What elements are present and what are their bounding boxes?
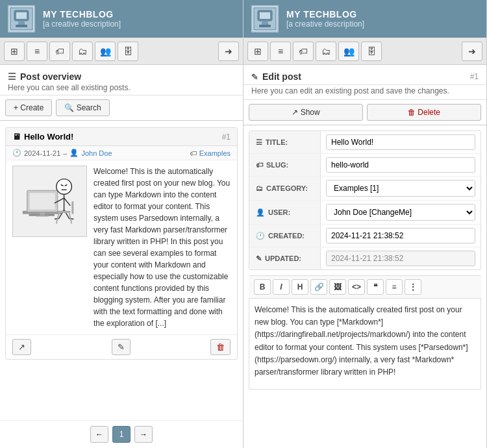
- right-dashboard-btn[interactable]: ⊞: [247, 42, 268, 61]
- left-header-text: MY TECHBLOG [a creative description]: [43, 9, 121, 29]
- left-toolbar: ⊞ ≡ 🏷 🗂 👥 🗄 ➜: [0, 38, 243, 65]
- edit-title-row: ✎ Edit post: [251, 71, 301, 82]
- right-blog-title: MY TECHBLOG: [286, 9, 364, 19]
- title-label: ☰ TITLE:: [249, 131, 321, 153]
- right-folder-btn[interactable]: 🗂: [316, 42, 336, 61]
- show-button[interactable]: ↗ Show: [249, 104, 363, 121]
- right-section-header: ✎ Edit post #1: [244, 65, 486, 85]
- post-category-link[interactable]: Examples: [199, 149, 231, 157]
- right-logout-btn[interactable]: ➜: [462, 42, 482, 61]
- right-blog-subtitle: [a creative description]: [286, 19, 364, 29]
- left-logout-btn[interactable]: ➜: [218, 42, 239, 61]
- post-date-icon: 🕐: [12, 149, 21, 157]
- right-posts-btn[interactable]: ≡: [270, 42, 291, 61]
- left-action-bar: + Create 🔍 Search: [0, 95, 243, 121]
- slug-row: 🏷 SLUG:: [249, 154, 481, 177]
- left-database-btn[interactable]: 🗄: [118, 42, 138, 61]
- left-posts-btn[interactable]: ≡: [27, 42, 47, 61]
- updated-input[interactable]: [326, 251, 475, 266]
- pagination: ← 1 →: [0, 420, 243, 448]
- svg-rect-26: [71, 201, 73, 214]
- current-page[interactable]: 1: [112, 426, 131, 443]
- right-toolbar: ⊞ ≡ 🏷 🗂 👥 🗄 ➜: [244, 38, 486, 65]
- updated-value-cell: [321, 247, 481, 269]
- italic-button[interactable]: I: [273, 279, 290, 295]
- edit-section-title: Edit post: [262, 71, 301, 82]
- left-section-desc: Here you can see all existing posts.: [8, 83, 235, 92]
- svg-rect-10: [40, 212, 45, 216]
- slug-label: 🏷 SLUG:: [249, 154, 321, 176]
- post-user-icon: 👤: [69, 149, 79, 157]
- right-database-btn[interactable]: 🗄: [361, 42, 382, 61]
- create-button[interactable]: + Create: [5, 99, 52, 116]
- user-select[interactable]: John Doe [ChangeMe]: [326, 204, 475, 221]
- created-input[interactable]: [326, 228, 475, 243]
- post-title-row: 🖥 Hello World!: [12, 132, 73, 142]
- delete-post-button[interactable]: 🗑: [210, 339, 231, 355]
- post-number: #1: [222, 132, 231, 142]
- right-users-btn[interactable]: 👥: [338, 42, 359, 61]
- search-button[interactable]: 🔍 Search: [56, 99, 109, 116]
- updated-field-icon: ✎: [256, 255, 262, 263]
- edit-post-button[interactable]: ✎: [112, 339, 131, 355]
- next-page-button[interactable]: →: [134, 426, 153, 443]
- left-folder-btn[interactable]: 🗂: [72, 42, 93, 61]
- delete-button[interactable]: 🗑 Delete: [367, 104, 481, 121]
- svg-line-22: [69, 219, 73, 219]
- post-card-header: 🖥 Hello World! #1: [6, 128, 237, 146]
- left-dashboard-btn[interactable]: ⊞: [4, 42, 25, 61]
- left-header: MY TECHBLOG [a creative description]: [0, 0, 243, 38]
- right-avatar: [251, 5, 279, 32]
- post-tag-icon: 🏷: [190, 149, 197, 157]
- left-tags-btn[interactable]: 🏷: [49, 42, 70, 61]
- post-actions: ↗ ✎ 🗑: [6, 334, 237, 359]
- svg-point-12: [56, 179, 72, 195]
- user-field-icon: 👤: [256, 208, 265, 217]
- slug-input[interactable]: [326, 157, 475, 173]
- updated-label: ✎ UPDATED:: [249, 247, 321, 269]
- created-label: 🕐 CREATED:: [249, 225, 321, 247]
- open-post-button[interactable]: ↗: [12, 339, 31, 355]
- slug-value-cell: [321, 154, 481, 176]
- category-select[interactable]: Examples [1]: [326, 180, 475, 197]
- edit-post-icon: ✎: [251, 72, 258, 82]
- left-avatar: [8, 5, 35, 32]
- quote-button[interactable]: ❝: [367, 279, 384, 295]
- list-ul-button[interactable]: ≡: [386, 279, 403, 295]
- left-blog-title: MY TECHBLOG: [43, 9, 121, 19]
- category-row: 🗂 CATEGORY: Examples [1]: [249, 177, 481, 201]
- bold-button[interactable]: B: [254, 279, 271, 295]
- post-meta: 🕐 2024-11-21 – 👤 John Doe 🏷 Examples: [6, 146, 237, 160]
- svg-rect-29: [260, 12, 270, 19]
- svg-rect-31: [259, 25, 271, 27]
- post-card: 🖥 Hello World! #1 🕐 2024-11-21 – 👤 John …: [5, 127, 238, 360]
- post-author-link[interactable]: John Doe: [81, 149, 112, 157]
- heading-button[interactable]: H: [292, 279, 308, 295]
- created-field-icon: 🕐: [256, 232, 265, 240]
- post-image: [12, 166, 87, 237]
- post-text: Welcome! This is the automatically creat…: [94, 166, 231, 329]
- code-button[interactable]: <>: [348, 279, 365, 295]
- title-input[interactable]: [326, 134, 475, 150]
- category-field-icon: 🗂: [256, 184, 263, 192]
- post-date: 2024-11-21: [24, 149, 60, 157]
- edit-section-desc: Here you can edit an existing post and s…: [251, 86, 479, 95]
- editor-content[interactable]: Welcome! This is the automatically creat…: [249, 299, 481, 390]
- svg-rect-3: [18, 21, 25, 25]
- list-ol-button[interactable]: ⋮: [405, 279, 421, 295]
- updated-row: ✎ UPDATED:: [249, 247, 481, 269]
- right-tags-btn[interactable]: 🏷: [293, 42, 314, 61]
- link-button[interactable]: 🔗: [310, 279, 327, 295]
- editor-toolbar: B I H 🔗 🖼 <> ❝ ≡ ⋮: [249, 275, 481, 299]
- left-users-btn[interactable]: 👥: [95, 42, 116, 61]
- post-title-text: Hello World!: [24, 132, 73, 142]
- left-panel: MY TECHBLOG [a creative description] ⊞ ≡…: [0, 0, 244, 448]
- slug-field-icon: 🏷: [256, 161, 263, 169]
- right-action-bar: ↗ Show 🗑 Delete: [244, 100, 486, 125]
- prev-page-button[interactable]: ←: [90, 426, 108, 443]
- category-value-cell: Examples [1]: [321, 177, 481, 200]
- post-overview-icon: ☰: [8, 71, 16, 82]
- post-body: Welcome! This is the automatically creat…: [6, 160, 237, 334]
- user-row: 👤 USER: John Doe [ChangeMe]: [249, 201, 481, 225]
- image-button[interactable]: 🖼: [329, 279, 346, 295]
